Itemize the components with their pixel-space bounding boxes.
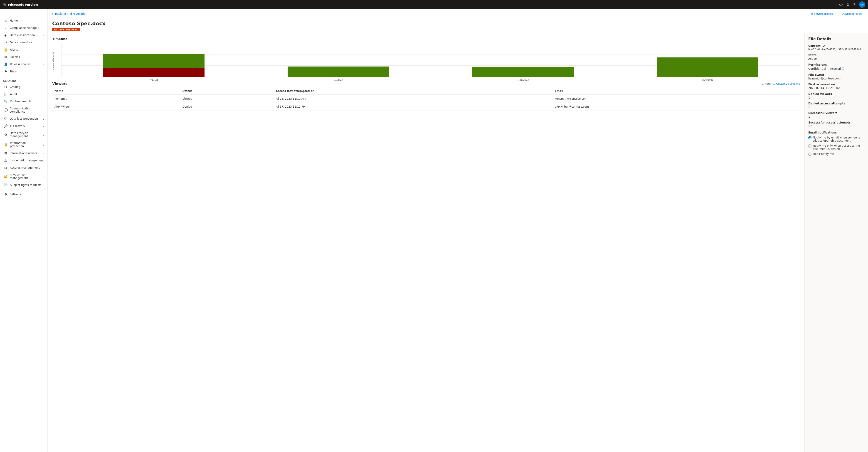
file-details-title: File Details [808, 37, 864, 41]
col-email: Email [553, 88, 800, 95]
viewers-title: Viewers [52, 82, 67, 86]
chevron-down-icon-ib: ∨ [43, 152, 44, 155]
sidebar-item-content-search[interactable]: 🔍 Content search [0, 98, 48, 105]
main-content: › Tracking and revocation ⊘ Revoke acces… [48, 9, 868, 452]
page-header: Contoso Spec.docx ACCESS REVOKED [48, 18, 868, 33]
feedback-icon[interactable]: 😊 [839, 2, 843, 7]
search-icon: 🔍 [4, 100, 8, 103]
info-icon[interactable]: ⓘ [842, 67, 844, 70]
state-label: State [808, 54, 864, 57]
bar-label-2: 7/18/23 [246, 79, 431, 81]
avatar[interactable]: LS [859, 1, 865, 8]
topbar: ⊞ Microsoft Purview 😊 ⚙ ? LS [0, 0, 868, 9]
sidebar-item-catalog[interactable]: ⊟ Catalog [0, 83, 48, 91]
classification-icon: ◈ [4, 33, 7, 37]
denied-attempts-field: Denied access attempts 1 [808, 102, 864, 109]
subject-rights-icon: 📄 [4, 183, 8, 187]
first-accessed-label: First accessed on [808, 83, 864, 86]
chevron-down-icon: ∨ [43, 34, 44, 36]
radio-notify-open[interactable]: Notify me by email when someone tries to… [808, 136, 864, 142]
sidebar-item-settings[interactable]: ⚙ Settings [0, 191, 48, 198]
sidebar-item-insider-risk[interactable]: ⚠ Insider risk management [0, 157, 48, 164]
sidebar-label-catalog: Catalog [10, 85, 20, 89]
sidebar-item-alerts[interactable]: 🔔 Alerts [0, 46, 48, 53]
sidebar-item-data-classification[interactable]: ◈ Data classification ∨ [0, 32, 48, 39]
sidebar-label-ediscovery: eDiscovery [10, 124, 25, 128]
sidebar-item-data-lifecycle[interactable]: ♻ Data lifecycle management ∨ [0, 130, 48, 140]
bar-stack-2 [288, 66, 389, 77]
sidebar-item-data-loss-prevention[interactable]: 🛡 Data loss prevention ∨ [0, 115, 48, 122]
table-row[interactable]: Ken Smith Viewed Jul 26, 2023 11:10 AM k… [52, 95, 800, 103]
content-id-label: Content ID [808, 44, 864, 48]
sidebar-item-audit[interactable]: 📋 Audit [0, 91, 48, 98]
radio-no-notify-circle[interactable] [808, 153, 811, 156]
sidebar-label-records: Records management [10, 166, 40, 169]
policies-icon: ⊞ [4, 55, 7, 59]
denied-attempts-value: 1 [808, 106, 864, 109]
bar-viewed-1 [103, 54, 205, 68]
hamburger-button[interactable]: ☰ [0, 9, 48, 17]
customize-columns-button[interactable]: ⊞ Customize columns [773, 82, 800, 85]
sidebar-item-information-barriers[interactable]: ⊡ Information barriers ∨ [0, 150, 48, 157]
radio-no-notify[interactable]: Don't notify me [808, 152, 864, 156]
timeline-title: Timeline [52, 37, 800, 41]
compliance-icon: ✓ [4, 26, 7, 30]
col-access-date: Access last attempted on [273, 88, 553, 95]
chart-area: 7/17/23 7/18/23 [61, 43, 800, 77]
bar-group-3: 7/25/2023 [431, 43, 615, 77]
table-header-row: Name Status Access last attempted on Ema… [52, 88, 800, 95]
viewers-meta: 1 item ⊞ Customize columns [762, 82, 800, 85]
chevron-down-icon-ip: ∨ [43, 144, 44, 146]
action-buttons: ⊘ Revoke access ↓ Download report [809, 11, 864, 16]
content-id-field: Content ID bce6fc04-faa7-4653-b922-591f2… [808, 44, 864, 51]
help-icon[interactable]: ? [854, 2, 856, 7]
breadcrumb-bar: › Tracking and revocation ⊘ Revoke acces… [48, 9, 868, 18]
denied-viewers-field: Denied viewers 1 [808, 92, 864, 99]
sidebar-item-home[interactable]: ⌂ Home [0, 17, 48, 24]
denied-viewers-value: 1 [808, 96, 864, 99]
alerts-icon: 🔔 [4, 48, 8, 52]
bar-viewed-2 [288, 66, 389, 77]
sidebar-label-insider-risk: Insider risk management [10, 159, 44, 162]
table-row[interactable]: Alex Wilber Denied Jul 17, 2023 12:12 PM… [52, 103, 800, 111]
bar-group-4: 7/26/2023 [615, 43, 800, 77]
sidebar-item-ediscovery[interactable]: 🔎 eDiscovery ∨ [0, 122, 48, 130]
denied-viewers-label: Denied viewers [808, 92, 864, 96]
sidebar-item-data-connectors[interactable]: ⇄ Data connectors [0, 39, 48, 46]
breadcrumb-parent[interactable]: Tracking and revocation [55, 12, 87, 16]
sidebar-item-records-management[interactable]: 🗂 Records management [0, 164, 48, 172]
panel-toggle-button[interactable]: › [804, 36, 806, 42]
grid-icon[interactable]: ⊞ [3, 2, 6, 7]
radio-notify-denied-circle[interactable] [808, 144, 811, 148]
sidebar-item-privacy-risk[interactable]: 🔐 Privacy risk management ∨ [0, 172, 48, 181]
lifecycle-icon: ♻ [4, 133, 7, 137]
download-report-button[interactable]: ↓ Download report [837, 11, 864, 16]
file-owner-field: File owner lisasmith@contoso.com [808, 73, 864, 80]
chevron-down-icon-roles: ∨ [43, 63, 44, 66]
viewer-email-2: alexwilber@contoso.com [553, 103, 800, 111]
sidebar-item-compliance-manager[interactable]: ✓ Compliance Manager [0, 24, 48, 32]
radio-notify-denied[interactable]: Notify me only when access to the docume… [808, 144, 864, 151]
viewer-status-1: Viewed [180, 95, 273, 103]
sidebar-item-information-protection[interactable]: 🔒 Information protection ∨ [0, 140, 48, 150]
col-name: Name [52, 88, 180, 95]
sidebar-item-roles-scopes[interactable]: 👤 Roles & scopes ∨ [0, 61, 48, 68]
viewer-email-1: kensmith@contoso.com [553, 95, 800, 103]
successful-attempts-field: Successful access attempts 17 [808, 121, 864, 128]
customize-label: Customize columns [776, 82, 800, 85]
radio-notify-denied-label: Notify me only when access to the docume… [813, 144, 864, 151]
successful-attempts-value: 17 [808, 125, 864, 128]
viewer-name-2: Alex Wilber [52, 103, 180, 111]
file-owner-value: lisasmith@contoso.com [808, 77, 864, 80]
radio-notify-open-circle[interactable] [808, 136, 811, 140]
records-icon: 🗂 [4, 166, 7, 170]
revoke-access-button[interactable]: ⊘ Revoke access [809, 11, 835, 16]
sidebar-item-trials[interactable]: ⚑ Trials [0, 68, 48, 75]
sidebar-item-policies[interactable]: ⊞ Policies [0, 53, 48, 61]
settings-icon[interactable]: ⚙ [846, 2, 849, 7]
bar-label-1: 7/17/23 [62, 79, 246, 81]
sidebar-item-subject-rights[interactable]: 📄 Subject rights requests [0, 181, 48, 189]
bar-viewed-3 [472, 67, 574, 77]
sidebar-label-home: Home [10, 19, 18, 22]
sidebar-item-communication-compliance[interactable]: 💬 Communication compliance [0, 105, 48, 115]
